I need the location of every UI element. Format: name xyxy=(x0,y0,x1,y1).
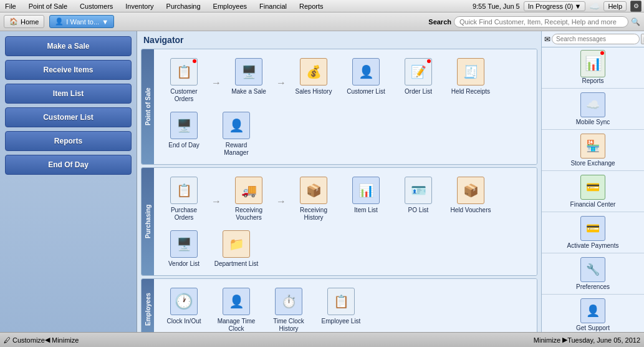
pos-tab: Point of Sale xyxy=(142,49,154,164)
op-activate-payments-item[interactable]: 💳 Activate Payments xyxy=(542,212,644,253)
op-preferences-icon: 🔧 xyxy=(580,257,605,282)
held-receipts-item[interactable]: 🧾 Held Receipts xyxy=(446,54,496,105)
menu-inventory[interactable]: Inventory xyxy=(123,1,156,11)
order-list-icon: 📝 xyxy=(403,57,433,87)
customize-button[interactable]: 🖊 Customize xyxy=(4,336,45,344)
time-clock-history-item[interactable]: ⏱️ Time Clock History xyxy=(264,284,314,332)
employee-list-item[interactable]: 📋 Employee List xyxy=(316,284,366,332)
navigator-title: Navigator xyxy=(141,35,537,45)
op-financial-center-icon: 💳 xyxy=(580,175,605,200)
end-of-day-button[interactable]: End Of Day xyxy=(5,155,132,175)
op-store-exchange-item[interactable]: 🏪 Store Exchange xyxy=(542,130,644,171)
op-get-support-item[interactable]: 👤 Get Support xyxy=(542,295,644,332)
op-get-support-icon: 👤 xyxy=(580,298,605,323)
op-store-exchange-icon: 🏪 xyxy=(580,134,605,159)
customer-list-button[interactable]: Customer List xyxy=(5,107,132,127)
op-financial-center-item[interactable]: 💳 Financial Center xyxy=(542,171,644,212)
po-list-item[interactable]: 🪪 PO List xyxy=(393,173,443,224)
vendor-list-item[interactable]: 🖥️ Vendor List xyxy=(159,227,209,270)
clock-in-out-item[interactable]: 🕐 Clock In/Out xyxy=(159,284,209,332)
messages-search-input[interactable] xyxy=(552,34,640,44)
held-vouchers-item[interactable]: 📦 Held Vouchers xyxy=(446,173,496,224)
manage-time-clock-item[interactable]: 👤 Manage Time Clock xyxy=(211,284,261,332)
menu-financial[interactable]: Financial xyxy=(257,1,289,11)
i-want-button[interactable]: 👤 I Want to... ▼ xyxy=(49,15,114,28)
cloud-icon: ☁️ xyxy=(589,1,600,11)
arrow-2: → xyxy=(276,54,286,105)
op-mobile-sync-icon: ☁️ xyxy=(580,92,605,117)
make-a-sale-nav-icon: 🖥️ xyxy=(234,57,264,87)
bottom-bar: 🖊 Customize ◀ Minimize Minimize ▶ Tuesda… xyxy=(0,332,644,347)
menu-file[interactable]: File xyxy=(2,1,19,11)
in-progress-button[interactable]: In Progress (0) ▼ xyxy=(524,1,586,11)
item-list-nav-icon: 📊 xyxy=(351,175,381,205)
time-clock-history-icon: ⏱️ xyxy=(274,286,304,316)
home-button[interactable]: 🏠 Home xyxy=(4,15,44,28)
item-list-nav-item[interactable]: 📊 Item List xyxy=(341,173,391,224)
op-preferences-item[interactable]: 🔧 Preferences xyxy=(542,253,644,295)
reward-manager-item[interactable]: 👤 Reward Manager xyxy=(211,108,261,159)
clock-display: 9:55 Tue, Jun 5 xyxy=(473,2,520,10)
minimize-left-button[interactable]: ◀ Minimize xyxy=(45,336,79,344)
employees-content: 🕐 Clock In/Out 👤 Manage Time Clock ⏱️ Ti… xyxy=(154,279,537,332)
help-button[interactable]: Help xyxy=(603,1,627,11)
op-reports-item[interactable]: 📊 Reports xyxy=(542,47,644,89)
customer-list-nav-item[interactable]: 👤 Customer List xyxy=(341,54,391,105)
home-icon: 🏠 xyxy=(9,17,18,26)
settings-icon[interactable]: ⚙ xyxy=(630,1,642,12)
search-icon: 🔍 xyxy=(631,17,640,26)
customer-orders-item[interactable]: 📋 Customer Orders xyxy=(159,54,209,105)
pos-content: 📋 Customer Orders → 🖥️ Make a Sale → 💰 xyxy=(154,49,537,164)
grid-view-button[interactable]: ▦ xyxy=(641,34,644,44)
vendor-list-icon: 🖥️ xyxy=(169,229,199,259)
purchasing-tab: Purchasing xyxy=(142,168,154,275)
item-list-button[interactable]: Item List xyxy=(5,84,132,104)
menu-purchasing[interactable]: Purchasing xyxy=(164,1,203,11)
date-display: Tuesday, June 05, 2012 xyxy=(567,336,640,344)
purchasing-content: 📋 Purchase Orders → 🚚 Receiving Vouchers… xyxy=(154,168,537,275)
arrow-1: → xyxy=(211,54,221,105)
make-a-sale-nav-item[interactable]: 🖥️ Make a Sale xyxy=(224,54,274,105)
right-panel: ✉ ▦ ≡ 📊 Reports ☁️ Mobile Sync 🏪 xyxy=(541,31,644,332)
purchasing-section: Purchasing 📋 Purchase Orders → 🚚 Receivi… xyxy=(141,167,537,276)
reports-button[interactable]: Reports xyxy=(5,131,132,151)
toolbar: 🏠 Home 👤 I Want to... ▼ Search 🔍 xyxy=(0,12,644,31)
department-list-item[interactable]: 📁 Department List xyxy=(211,227,261,270)
sales-history-icon: 💰 xyxy=(299,57,329,87)
search-label: Search xyxy=(428,18,451,26)
menu-customers[interactable]: Customers xyxy=(77,1,115,11)
customer-orders-icon: 📋 xyxy=(169,57,199,87)
end-of-day-nav-item[interactable]: 🖥️ End of Day xyxy=(159,108,209,159)
op-mobile-sync-item[interactable]: ☁️ Mobile Sync xyxy=(542,89,644,130)
held-vouchers-icon: 📦 xyxy=(456,175,486,205)
receive-items-button[interactable]: Receive Items xyxy=(5,60,132,80)
menu-bar: File Point of Sale Customers Inventory P… xyxy=(0,0,644,12)
receiving-history-icon: 📦 xyxy=(299,175,329,205)
messages-bar: ✉ ▦ ≡ xyxy=(542,31,644,47)
receiving-vouchers-item[interactable]: 🚚 Receiving Vouchers xyxy=(224,173,274,224)
receiving-history-item[interactable]: 📦 Receiving History xyxy=(289,173,339,224)
menu-items: File Point of Sale Customers Inventory P… xyxy=(2,1,326,11)
op-reports-icon: 📊 xyxy=(580,51,605,76)
reward-manager-icon: 👤 xyxy=(221,110,251,140)
employees-tab: Employees xyxy=(142,279,154,332)
operations-list: 📊 Reports ☁️ Mobile Sync 🏪 Store Exchang… xyxy=(542,47,644,332)
receiving-vouchers-icon: 🚚 xyxy=(234,175,264,205)
manage-time-clock-icon: 👤 xyxy=(221,286,251,316)
held-receipts-icon: 🧾 xyxy=(456,57,486,87)
order-list-item[interactable]: 📝 Order List xyxy=(393,54,443,105)
menu-reports[interactable]: Reports xyxy=(297,1,326,11)
search-input[interactable] xyxy=(454,16,628,27)
pos-section: Point of Sale 📋 Customer Orders → 🖥️ Mak… xyxy=(141,49,537,165)
menu-employees[interactable]: Employees xyxy=(211,1,249,11)
arrow-4: → xyxy=(276,173,286,224)
customize-icon: 🖊 xyxy=(4,336,11,344)
purchase-orders-icon: 📋 xyxy=(169,175,199,205)
make-a-sale-button[interactable]: Make a Sale xyxy=(5,36,132,56)
arrow-3: → xyxy=(211,173,221,224)
menu-pos[interactable]: Point of Sale xyxy=(26,1,70,11)
purchase-orders-item[interactable]: 📋 Purchase Orders xyxy=(159,173,209,224)
minimize-right-button[interactable]: Minimize ▶ xyxy=(534,336,567,344)
main-area: Make a Sale Receive Items Item List Cust… xyxy=(0,31,644,332)
sales-history-item[interactable]: 💰 Sales History xyxy=(289,54,339,105)
